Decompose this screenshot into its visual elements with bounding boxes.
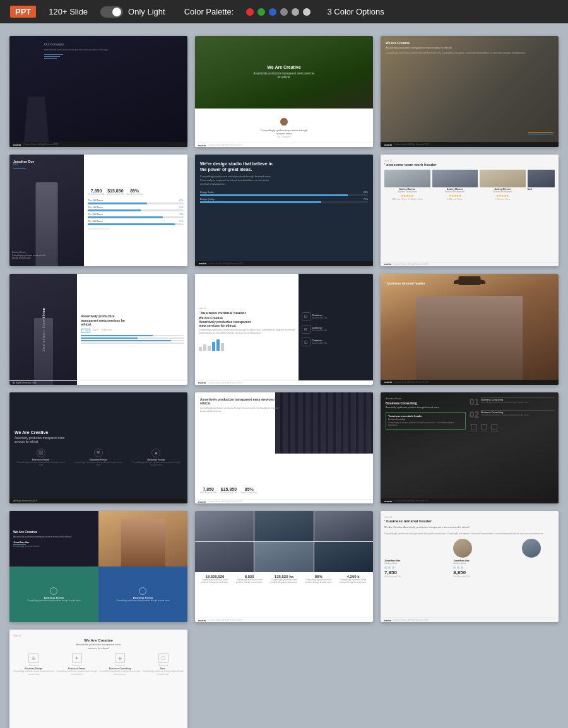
color-dot-gray3[interactable] [303,8,311,16]
slide1-brand-bar: martin Creative Studio | All Right Reser… [9,142,187,147]
slide14-brand: martin Creative Studio | All Right Reser… [195,618,373,622]
slide1-links [44,54,184,59]
slide-thumb-6[interactable]: slide 12 ' awesome team work header Audr… [381,155,559,266]
service-forum-1: ⬛ Business Forum Compellingly synthesize… [15,449,67,466]
slide2-author: By: Creativeo [277,136,290,138]
color-dots [246,8,311,16]
slide14-photos [195,511,373,572]
slide7-left: Jonathan Hamilton [9,274,77,385]
slide2-subtitle: Assertively productize transparent meta … [254,72,315,80]
slide2-title: We Are Creative [254,64,315,70]
slide-thumb-4[interactable]: Jonathan Doe CEO Business Forum Compelli… [9,155,187,266]
slide15-brand: martin Creative Studio | All Right Reser… [381,618,559,622]
slide10-brand: All Right Reserved 2016 [9,498,187,503]
slide8-brand: martin Creative Studio | All Right Reser… [195,380,373,385]
service-item-1: ⊡ Container Business Min Title [302,312,370,321]
slide16-icons: ⊞ Services of Business Design Compelling… [13,653,184,675]
slide4-left: Jonathan Doe CEO Business Forum Compelli… [9,155,84,266]
slide15-persons: Jonathan Are virtual products ◎ ◎ ◎ 7,85… [384,539,555,578]
slide4-skills: The Skill Name 62% The Skill Name 55% Th… [88,199,184,225]
slide-thumb-12[interactable]: Business Forum Business Consulting Asser… [381,392,559,503]
slide3-subtitle: Assertively productize transparent meta … [386,46,553,50]
slide6-brand: martin Creative Studio | All Right Reser… [381,262,559,266]
slide12-right: 01 Business Consulting Compellingly synt… [470,397,555,433]
slide2-avatar [280,117,288,126]
person-silhouette [22,97,50,147]
slide-thumb-2[interactable]: We Are Creative Assertively productize t… [195,36,373,147]
slide2-bottom: Compellingly synthesize products through… [195,109,373,148]
team-member-1: Audrey Marcus Business Development ★★★★★… [384,170,430,201]
slide11-text: Assertively productize transparent meta … [200,397,280,413]
slide-thumb-9[interactable]: slide 16 ' business minimal header marti… [381,274,559,385]
brand-tagline: Creative Studio | All Right Reserved 201… [23,143,58,146]
slide7-brand: All Right Reserved 2016 [9,380,187,385]
color-dot-red[interactable] [246,8,254,16]
toggle-wrapper[interactable]: Only Light [100,6,165,18]
slide7-right: Assertively productizetransparent meta s… [77,309,187,349]
slide-thumb-15[interactable]: slide 16 ' business minimal header We Ar… [381,511,559,622]
service-item-3: ◫ Container Business Min Title [302,338,370,346]
slide2-forest: We Are Creative Assertively productize t… [195,36,373,109]
slide8-header: ' business minimal header [199,311,295,315]
slide-thumb-3[interactable]: We Are Creative Assertively productize t… [381,36,559,147]
slide-thumb-1[interactable]: Our Company Assertively productize trans… [9,36,187,147]
brand-name: martin [13,143,21,146]
color-dot-gray2[interactable] [292,8,299,16]
slide16-subtitle: Assertively productize transparent metas… [76,643,121,650]
color-dot-blue[interactable] [269,8,276,16]
slide5-brand: martin Creative Studio | All Right Reser… [195,261,373,266]
slide-thumb-14[interactable]: 18,520,520 Compellingly synthesize virtu… [195,511,373,622]
slide5-title: We're design studio that believe inthe p… [200,161,273,172]
color-dot-gray1[interactable] [280,8,288,16]
slide4-right: 7,850 Work Essential Title $15,850 Work … [84,155,187,266]
slide-thumb-5[interactable]: We're design studio that believe inthe p… [195,155,373,266]
team-member-2: Audrey Marcus Business Development ★★★★★… [432,170,478,201]
slide15-subtitle: We Are Creative Assertively productize t… [384,525,470,529]
slide-thumb-16[interactable]: Slide 43 We Are Creative Assertively pro… [9,630,187,728]
slide6-label: slide 12 [384,160,392,162]
slide4-role: CEO [13,163,81,166]
slide-thumb-13[interactable]: We Are Creative Assertively productize t… [9,511,187,622]
slide12-left: Business Forum Business Consulting Asser… [386,397,466,430]
slide-grid: Our Company Assertively productize trans… [9,36,559,728]
person-card-2: Jonathan Are virtual products ◎ ◎ ◎ 8,85… [453,539,518,578]
service-forum-3: ◈ Business Forum Compellingly synthesize… [130,449,182,466]
slide11-building [275,392,373,454]
slide8-right: ⊡ Container Business Min Title ⊟ [299,274,373,385]
slide2-bottom-text: Compellingly synthesize products through… [261,129,307,135]
slide-thumb-8[interactable]: slide 16 ' business minimal header We Ar… [195,274,373,385]
slide3-body: Compellingly synthesize products through… [386,52,553,55]
slide14-stats: 18,520,520 Compellingly synthesize virtu… [195,572,373,622]
team-member-4: Andr [528,170,555,201]
slide16-icon-2: ✦ Services of Business Forum Compellingl… [57,653,98,675]
slide-thumb-10[interactable]: We Are Creative Assertively productize t… [9,392,187,503]
slide-thumb-11[interactable]: Assertively productize transparent meta … [195,392,373,503]
content-area: Our Company Assertively productize trans… [0,23,568,728]
ppt-badge: PPT [10,6,36,18]
slide8-body: Compellingly synthesize virtual products… [199,329,295,336]
slide16-icon-1: ⊞ Services of Business Design Compelling… [13,653,54,675]
slide15-label: slide 16 [384,516,392,519]
team-member-3: Audrey Marcus Business Development ★★★★★… [480,170,526,201]
slide6-team: Audrey Marcus Business Development ★★★★★… [384,170,555,201]
slide8-label: slide 16 [199,307,295,310]
person-card-1: Jonathan Are virtual products ◎ ◎ ◎ 7,85… [384,539,449,578]
slide12-brand: martin Creative Studio | All Right Reser… [381,498,559,503]
slide10-subtitle: Assertively productize transparent melas… [15,437,64,445]
slide6-header: ' awesome team work header [384,163,437,167]
slide12-subtitle: Assertively synthesize products through … [386,406,466,409]
slide8-chart [199,338,295,351]
slide13-grid: We Are Creative Assertively productize t… [9,511,187,622]
service-item-2: ⊟ Container Business Min Title [302,325,370,334]
slide1-text: Our Company Assertively productize trans… [44,42,184,59]
color-dot-green[interactable] [257,8,265,16]
slide16-icon-3: ◈ Services of Business Consulting Compel… [100,653,141,675]
slide7-badges: ☆ img Aug/09 ©eMartineye [81,329,184,332]
slide12-header: Business Consulting [386,401,466,406]
toggle-switch[interactable] [100,6,123,18]
slide9-text: slide 16 [386,276,553,279]
service-forum-2: ☰ Business Forum Compellingly synthesize… [72,449,124,466]
slide-thumb-7[interactable]: Jonathan Hamilton Assertively productize… [9,274,187,385]
slide2-brand: martin Creative Studio | All Right Reser… [195,143,373,147]
slide3-brand: martin Creative Studio | All Right Reser… [381,142,559,147]
